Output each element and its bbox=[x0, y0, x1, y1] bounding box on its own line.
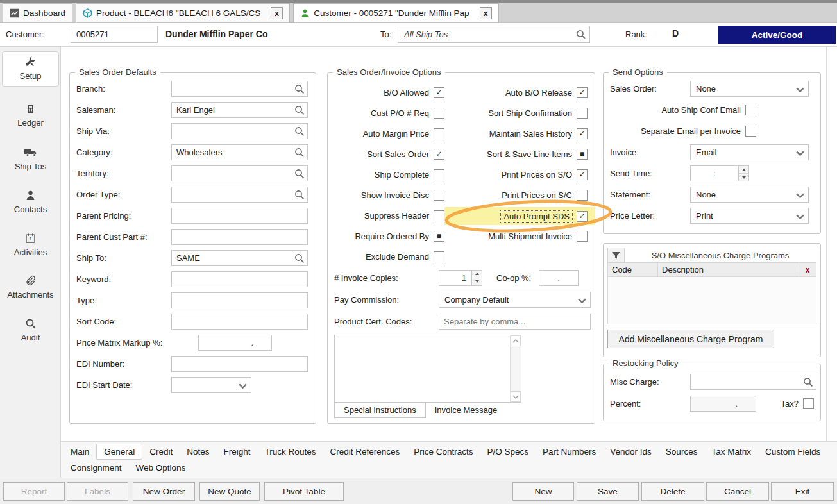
tab-part-numbers[interactable]: Part Numbers bbox=[536, 444, 603, 459]
checkbox-auto-prompt-sds[interactable]: ✓ bbox=[577, 211, 588, 222]
category-input[interactable] bbox=[171, 144, 308, 160]
sales-order-send-dropdown[interactable]: None bbox=[690, 81, 809, 97]
checkbox-sort-ship-confirmation[interactable] bbox=[577, 108, 588, 119]
exit-button[interactable]: Exit bbox=[771, 482, 834, 501]
special-instructions-textarea[interactable] bbox=[334, 335, 521, 403]
filter-button[interactable] bbox=[608, 248, 625, 262]
checkbox-bo-allowed[interactable]: ✓ bbox=[434, 87, 444, 98]
cancel-button[interactable]: Cancel bbox=[706, 482, 769, 501]
close-customer-tab-button[interactable]: x bbox=[480, 7, 492, 19]
delete-button[interactable]: Delete bbox=[641, 482, 704, 501]
pay-commission-dropdown[interactable]: Company Default bbox=[439, 292, 591, 308]
sidebar-item-ship-tos[interactable]: Ship Tos bbox=[2, 142, 59, 176]
edi-number-input[interactable] bbox=[171, 356, 308, 372]
search-icon[interactable] bbox=[294, 169, 305, 179]
invoice-copies-input[interactable]: 1 bbox=[439, 270, 472, 286]
search-icon[interactable] bbox=[294, 147, 305, 158]
new-quote-button[interactable]: New Quote bbox=[199, 482, 260, 501]
sidebar-item-contacts[interactable]: Contacts bbox=[2, 185, 59, 219]
tab-vendor-ids[interactable]: Vendor Ids bbox=[603, 444, 659, 459]
column-header-delete[interactable]: x bbox=[799, 265, 816, 274]
scroll-down-button[interactable] bbox=[511, 391, 521, 402]
new-button[interactable]: New bbox=[512, 482, 574, 501]
ship-to-filter-input[interactable] bbox=[398, 26, 574, 42]
new-order-button[interactable]: New Order bbox=[133, 482, 195, 501]
misc-charge-input[interactable] bbox=[690, 374, 816, 390]
search-icon[interactable] bbox=[294, 126, 305, 137]
tab-price-contracts[interactable]: Price Contracts bbox=[407, 444, 480, 459]
send-time-input[interactable]: : bbox=[690, 165, 739, 181]
checkbox-cust-po-req[interactable] bbox=[434, 108, 444, 119]
checkbox-print-prices-so[interactable]: ✓ bbox=[577, 169, 588, 180]
checkbox-multi-shipment-invoice[interactable] bbox=[577, 231, 588, 242]
scroll-up-button[interactable] bbox=[511, 335, 521, 346]
tab-main[interactable]: Main bbox=[63, 444, 96, 459]
territory-input[interactable] bbox=[171, 165, 308, 181]
search-icon[interactable] bbox=[294, 84, 305, 94]
branch-input[interactable] bbox=[171, 81, 308, 97]
checkbox-auto-bo-release[interactable]: ✓ bbox=[577, 87, 588, 98]
checkbox-auto-ship-conf-email[interactable] bbox=[745, 105, 756, 115]
spin-down-button[interactable] bbox=[472, 278, 482, 285]
tab-invoice-message[interactable]: Invoice Message bbox=[426, 403, 507, 418]
column-header-code[interactable]: Code bbox=[608, 263, 658, 276]
tab-custom-fields[interactable]: Custom Fields bbox=[758, 444, 827, 459]
tab-special-instructions[interactable]: Special Instructions bbox=[334, 402, 426, 418]
search-icon[interactable] bbox=[294, 190, 305, 200]
tab-notes[interactable]: Notes bbox=[180, 444, 216, 459]
spin-down-button[interactable] bbox=[739, 174, 748, 181]
column-header-description[interactable]: Description bbox=[658, 263, 799, 276]
save-button[interactable]: Save bbox=[577, 482, 639, 501]
tab-credit-references[interactable]: Credit References bbox=[323, 444, 407, 459]
tab-tax-matrix[interactable]: Tax Matrix bbox=[704, 444, 758, 459]
search-icon[interactable] bbox=[803, 377, 813, 387]
search-icon[interactable] bbox=[294, 105, 305, 115]
keyword-input[interactable] bbox=[171, 271, 308, 287]
checkbox-sort-sales-order[interactable]: ✓ bbox=[434, 149, 444, 160]
sort-code-input[interactable] bbox=[171, 314, 308, 330]
tab-customer[interactable]: Customer - 0005271 "Dunder Mifflin Pap x bbox=[293, 3, 498, 22]
labels-button[interactable]: Labels bbox=[67, 482, 128, 501]
invoice-send-dropdown[interactable]: Email bbox=[690, 144, 809, 160]
order-type-input[interactable] bbox=[171, 187, 308, 203]
product-cert-codes-input[interactable] bbox=[439, 314, 591, 330]
checkbox-maintain-sales-history[interactable]: ✓ bbox=[577, 128, 588, 139]
search-icon[interactable] bbox=[576, 29, 586, 40]
tab-freight[interactable]: Freight bbox=[217, 444, 258, 459]
tab-po-specs[interactable]: P/O Specs bbox=[480, 444, 536, 459]
spin-up-button[interactable] bbox=[472, 271, 482, 278]
price-matrix-markup-input[interactable]: . bbox=[198, 335, 272, 351]
sidebar-item-audit[interactable]: Audit bbox=[2, 314, 59, 348]
tab-sources[interactable]: Sources bbox=[659, 444, 705, 459]
tab-web-options[interactable]: Web Options bbox=[129, 460, 193, 475]
customer-id-input[interactable] bbox=[71, 26, 158, 43]
add-misc-charge-program-button[interactable]: Add Miscellaneous Charge Program bbox=[607, 330, 774, 348]
tab-product[interactable]: Product - BLEACH6 "BLEACH 6 GALS/CS x bbox=[76, 3, 290, 22]
tab-truck-routes[interactable]: Truck Routes bbox=[258, 444, 323, 459]
coop-percent-input[interactable]: . bbox=[539, 270, 579, 286]
checkbox-sort-save-line-items[interactable]: ■ bbox=[577, 149, 588, 160]
vertical-scrollbar[interactable] bbox=[510, 335, 521, 402]
report-button[interactable]: Report bbox=[3, 482, 65, 501]
checkbox-exclude-demand[interactable] bbox=[434, 251, 444, 262]
status-button[interactable]: Active/Good bbox=[718, 26, 836, 44]
checkbox-tax[interactable] bbox=[803, 398, 814, 409]
checkbox-suppress-header[interactable] bbox=[434, 210, 444, 221]
checkbox-ship-complete[interactable] bbox=[434, 169, 444, 180]
edi-start-date-dropdown[interactable] bbox=[171, 377, 251, 393]
parent-cust-part-input[interactable] bbox=[171, 229, 308, 245]
checkbox-show-invoice-disc[interactable] bbox=[434, 190, 444, 201]
search-icon[interactable] bbox=[294, 253, 305, 264]
tab-dashboard[interactable]: Dashboard bbox=[3, 3, 72, 22]
type-input[interactable] bbox=[171, 292, 308, 308]
percent-input[interactable]: . bbox=[690, 396, 756, 412]
ship-via-input[interactable] bbox=[171, 123, 308, 139]
statement-dropdown[interactable]: None bbox=[690, 187, 809, 203]
salesman-input[interactable] bbox=[171, 102, 308, 118]
sidebar-item-attachments[interactable]: Attachments bbox=[2, 271, 59, 305]
tab-general[interactable]: General bbox=[96, 444, 142, 460]
parent-pricing-input[interactable] bbox=[171, 208, 308, 224]
tab-consignment[interactable]: Consignment bbox=[63, 460, 129, 475]
sidebar-item-ledger[interactable]: Ledger bbox=[2, 99, 59, 133]
pivot-table-button[interactable]: Pivot Table bbox=[264, 482, 344, 501]
